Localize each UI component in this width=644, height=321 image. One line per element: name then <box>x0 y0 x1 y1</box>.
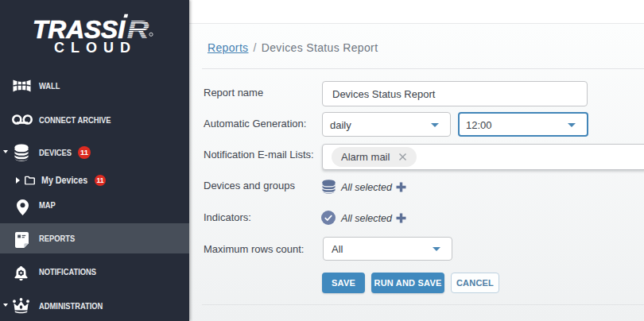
svg-text:CLOUD: CLOUD <box>54 40 137 56</box>
svg-text:TRASSI: TRASSI <box>33 16 126 43</box>
svg-text:R: R <box>127 16 149 43</box>
